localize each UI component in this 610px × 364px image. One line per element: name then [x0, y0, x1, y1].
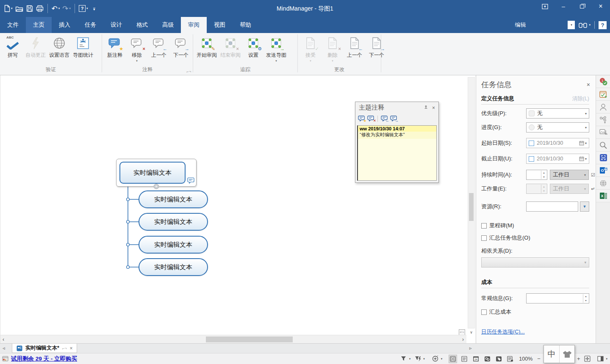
ribbon-display-button[interactable] [535, 0, 554, 13]
resources-tab[interactable] [596, 101, 610, 113]
search-scope-combo[interactable]: ▾ [568, 21, 575, 29]
panel-layout-button[interactable] [596, 355, 604, 363]
apply-checkbox-icon[interactable]: ☑ [590, 172, 596, 178]
scroll-left-button[interactable]: ‹ [3, 335, 4, 344]
map-view-toggle[interactable] [449, 355, 457, 363]
priority-select[interactable]: 无 ▾ [526, 108, 589, 119]
set-language-button[interactable]: 设置语言 [47, 35, 71, 59]
tab-task[interactable]: 任务 [78, 17, 103, 33]
new-document-button[interactable]: ▾ [3, 3, 14, 14]
milestone-checkbox[interactable] [481, 223, 487, 229]
tags-toggle[interactable] [494, 355, 503, 363]
horizontal-scrollbar[interactable]: ‹ › [0, 335, 466, 343]
next-comment-button[interactable]: → 下一个 [170, 35, 192, 59]
horizontal-scrollbar-thumb[interactable] [206, 336, 293, 342]
buy-now-link[interactable]: 试用剩余 29 天 - 立即购买 [11, 355, 77, 363]
tab-scroll-right-button[interactable]: ▹ [469, 345, 472, 351]
effort-unit-select[interactable]: 工作日 ▾ [550, 184, 589, 194]
subtopic-4[interactable]: 实时编辑文本 [139, 258, 208, 276]
root-topic[interactable]: 实时编辑文本 [119, 162, 186, 184]
topic-notes-titlebar[interactable]: 主题注释 × [355, 102, 438, 113]
rollup-checkbox[interactable] [481, 235, 487, 241]
customize-toolbar-button[interactable]: –▾ [89, 3, 100, 14]
accept-change-button[interactable]: ✓ 接受 ▾ [299, 35, 322, 63]
find-button[interactable]: ▾ [579, 22, 591, 28]
duration-input[interactable]: ▴ ▾ [526, 170, 547, 180]
ime-language-button[interactable]: 中 [544, 345, 559, 363]
help-button-small[interactable]: ? [599, 21, 607, 29]
map-canvas[interactable]: 实时编辑文本 + 实时编辑文本 实时编辑文本 实时编辑文本 实时编辑文本 主题注… [0, 75, 475, 343]
resources-dropdown-button[interactable]: ▼ [580, 201, 589, 212]
zoom-out-button[interactable]: − [537, 356, 541, 362]
undo-button[interactable]: ↶▾ [50, 3, 61, 14]
gantt-view-toggle[interactable]: 24 [471, 355, 480, 363]
remove-comment-button[interactable]: × 移除 ▾ [126, 35, 148, 63]
dialog-launcher-icon[interactable]: ⌐¬ [186, 69, 191, 74]
task-info-tab[interactable]: 1 [596, 75, 610, 88]
general-cost-input[interactable]: ▴ ▾ [526, 293, 589, 303]
redo-button[interactable]: ↷▾ [61, 3, 72, 14]
tab-review[interactable]: 审阅 [181, 17, 207, 33]
tab-advanced[interactable]: 高级 [155, 17, 181, 33]
new-topic-button[interactable] [431, 355, 440, 363]
vertical-scrollbar[interactable] [468, 77, 475, 328]
send-map-button[interactable]: → 发送导图 ▾ [264, 35, 288, 63]
duration-unit-select[interactable]: 工作日 ▾ [550, 170, 589, 180]
calendar-options-link[interactable]: 日历任务选项(C)... [481, 328, 589, 336]
library-tab[interactable] [596, 126, 610, 139]
web-tab[interactable] [596, 177, 610, 190]
notes-toggle[interactable] [506, 355, 514, 363]
spelling-button[interactable]: ABC 拼写 [2, 35, 24, 59]
close-task-panel-icon[interactable]: × [587, 81, 590, 88]
close-button[interactable]: × [591, 0, 610, 13]
start-review-button[interactable]: ✎ 开始审阅 [195, 35, 219, 59]
tab-help[interactable]: 帮助 [233, 17, 258, 33]
note-previous-comment-icon[interactable]: ← [381, 116, 388, 122]
dependency-select[interactable]: ▾ [481, 257, 589, 267]
tab-launcher-icon[interactable]: ⌐¬ [62, 346, 67, 350]
subtopic-1[interactable]: 实时编辑文本 [139, 190, 208, 208]
tab-scroll-left-button[interactable]: ◃ [3, 345, 5, 351]
excel-tab[interactable]: X [596, 190, 610, 202]
note-new-comment-icon[interactable]: ★ [358, 116, 365, 122]
subtopic-3[interactable]: 实时编辑文本 [139, 236, 208, 254]
start-date-checkbox[interactable] [529, 141, 534, 146]
scroll-right-button[interactable]: › [462, 335, 464, 344]
note-next-comment-icon[interactable]: → [390, 116, 397, 122]
map-overview-button[interactable]: ⌐¬ [459, 329, 465, 335]
due-date-checkbox[interactable] [529, 156, 534, 162]
review-settings-button[interactable]: ⚙ 设置 [242, 35, 264, 59]
clear-link[interactable]: 清除(L) [572, 95, 589, 102]
pin-icon[interactable] [424, 105, 428, 110]
scroll-down-button[interactable]: ∨ [468, 329, 475, 336]
links-toggle[interactable] [483, 355, 491, 363]
effort-input[interactable]: ▴ ▾ [526, 184, 547, 194]
tab-close-icon[interactable]: × [69, 345, 72, 351]
rollup-cost-checkbox[interactable] [481, 309, 487, 315]
vertical-scrollbar-thumb[interactable] [469, 193, 474, 221]
start-date-field[interactable]: 2019/10/30 ▾ [526, 138, 589, 148]
tab-insert[interactable]: 插入 [52, 17, 78, 33]
tab-file[interactable]: 文件 [0, 17, 26, 33]
add-subtopic-badge[interactable]: + [154, 184, 159, 189]
outline-view-toggle[interactable] [460, 355, 469, 363]
progress-select[interactable]: 无 ▾ [526, 122, 589, 132]
power-filter-button[interactable] [413, 355, 422, 363]
zoom-in-button[interactable]: + [577, 356, 580, 362]
map-statistics-button[interactable]: 导图统计 [71, 35, 95, 59]
due-date-field[interactable]: 2019/10/30 ▾ [526, 154, 589, 164]
next-change-button[interactable]: → 下一个 [366, 35, 388, 59]
calendar-picker-button[interactable]: ▾ [579, 156, 587, 161]
end-review-button[interactable]: × 结束审阅 [219, 35, 242, 59]
outlook-tab[interactable]: O [596, 164, 610, 177]
topic-comment-icon[interactable] [187, 177, 194, 185]
calendar-picker-button[interactable]: ▾ [579, 141, 587, 146]
new-comment-button[interactable]: ★ 新注释 [104, 35, 126, 59]
restore-button[interactable] [573, 0, 591, 13]
close-notes-icon[interactable]: × [432, 105, 435, 111]
snap-tab[interactable] [596, 152, 610, 164]
help-button[interactable]: ? ▾ [78, 3, 89, 14]
note-delete-comment-icon[interactable]: × [367, 116, 374, 122]
autocorrect-button[interactable]: 自动更正 [24, 35, 47, 59]
ime-skin-button[interactable] [559, 345, 574, 363]
